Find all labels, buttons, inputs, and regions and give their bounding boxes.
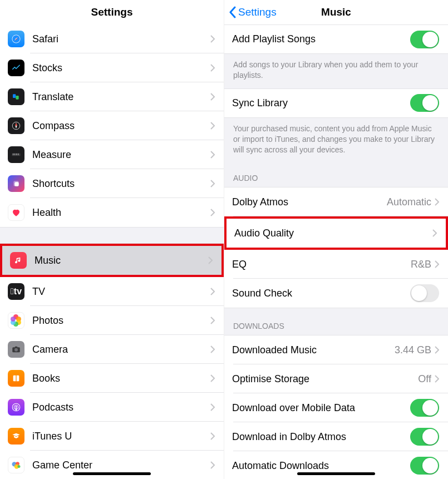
row-eq[interactable]: EQ R&B xyxy=(224,250,448,279)
row-label: Stocks xyxy=(32,62,210,74)
settings-title: Settings xyxy=(0,6,224,18)
settings-row-itunesu[interactable]: iTunes U xyxy=(0,422,224,451)
row-add-playlist-songs[interactable]: Add Playlist Songs xyxy=(224,24,448,53)
settings-row-books[interactable]: Books xyxy=(0,364,224,393)
measure-icon xyxy=(8,146,24,163)
section-header-audio: AUDIO xyxy=(224,160,448,187)
chevron-right-icon xyxy=(435,346,439,354)
row-download-mobile-data[interactable]: Download over Mobile Data xyxy=(224,393,448,422)
row-label: Camera xyxy=(32,344,210,355)
row-label: TV xyxy=(32,286,210,298)
toggle-sync-library[interactable] xyxy=(410,94,439,112)
row-label: EQ xyxy=(232,259,411,270)
row-sound-check[interactable]: Sound Check xyxy=(224,279,448,308)
toggle-download-dolby[interactable] xyxy=(410,428,439,446)
toggle-sound-check[interactable] xyxy=(410,284,439,302)
chevron-right-icon xyxy=(435,260,439,268)
music-settings-pane: Settings Music Add Playlist Songs Add so… xyxy=(224,0,448,479)
row-optimise-storage[interactable]: Optimise Storage Off xyxy=(224,364,448,393)
photos-icon xyxy=(8,312,24,329)
chevron-right-icon xyxy=(210,151,215,159)
toggle-automatic-downloads[interactable] xyxy=(410,457,439,475)
chevron-right-icon xyxy=(210,180,215,187)
row-label: Audio Quality xyxy=(234,228,432,239)
settings-row-tv[interactable]: tv TV xyxy=(0,277,224,306)
chevron-right-icon xyxy=(210,35,215,43)
settings-pane: Settings Safari Stocks Translate Compass xyxy=(0,0,224,479)
row-label: Translate xyxy=(32,91,210,103)
settings-group-apps2: Music tv TV Photos xyxy=(0,244,224,479)
chevron-right-icon xyxy=(210,461,215,469)
row-label: Dolby Atmos xyxy=(232,196,387,208)
highlight-audio-quality: Audio Quality xyxy=(224,216,448,250)
highlight-music-row: Music xyxy=(0,244,224,277)
settings-row-safari[interactable]: Safari xyxy=(0,24,224,53)
gamecenter-icon xyxy=(8,457,24,473)
row-label: Measure xyxy=(32,149,210,161)
back-button[interactable]: Settings xyxy=(229,6,277,18)
back-label: Settings xyxy=(238,6,277,18)
row-label: Podcasts xyxy=(32,402,210,413)
home-indicator xyxy=(73,472,151,475)
settings-row-translate[interactable]: Translate xyxy=(0,82,224,111)
settings-row-camera[interactable]: Camera xyxy=(0,335,224,364)
music-header: Settings Music xyxy=(224,0,448,24)
chevron-right-icon xyxy=(435,375,439,383)
row-downloaded-music[interactable]: Downloaded Music 3.44 GB xyxy=(224,335,448,364)
chevron-right-icon xyxy=(432,229,437,237)
row-sync-library[interactable]: Sync Library xyxy=(224,88,448,117)
svg-rect-5 xyxy=(16,96,18,100)
settings-row-music[interactable]: Music xyxy=(2,246,221,275)
safari-icon xyxy=(8,31,24,47)
chevron-right-icon xyxy=(210,432,215,440)
chevron-right-icon xyxy=(210,122,215,130)
row-value: Automatic xyxy=(387,196,431,208)
chevron-right-icon xyxy=(210,64,215,72)
tv-icon: tv xyxy=(8,283,24,300)
toggle-add-playlist[interactable] xyxy=(410,31,439,48)
row-label: Download in Dolby Atmos xyxy=(232,431,410,443)
row-label: Music xyxy=(35,255,208,266)
settings-row-photos[interactable]: Photos xyxy=(0,306,224,335)
row-label: Shortcuts xyxy=(32,178,210,190)
row-label: iTunes U xyxy=(32,431,210,442)
row-audio-quality[interactable]: Audio Quality xyxy=(227,219,446,248)
row-download-dolby[interactable]: Download in Dolby Atmos xyxy=(224,422,448,451)
settings-row-podcasts[interactable]: Podcasts xyxy=(0,393,224,422)
chevron-right-icon xyxy=(210,374,215,382)
shortcuts-icon xyxy=(8,175,24,192)
chevron-right-icon xyxy=(210,345,215,353)
row-label: Books xyxy=(32,373,210,384)
home-indicator xyxy=(297,472,375,475)
chevron-left-icon xyxy=(229,6,237,18)
section-header-downloads: DOWNLOADS xyxy=(224,308,448,335)
camera-icon xyxy=(8,341,24,358)
books-icon xyxy=(8,370,24,387)
row-label: Downloaded Music xyxy=(232,344,395,356)
settings-row-compass[interactable]: Compass xyxy=(0,111,224,140)
row-label: Sync Library xyxy=(232,97,410,109)
svg-point-17 xyxy=(14,348,18,352)
settings-row-shortcuts[interactable]: Shortcuts xyxy=(0,169,224,198)
toggle-download-mobile[interactable] xyxy=(410,399,439,417)
add-playlist-footer: Add songs to your Library when you add t… xyxy=(224,53,448,88)
translate-icon xyxy=(8,88,24,105)
svg-rect-18 xyxy=(15,347,18,348)
svg-point-21 xyxy=(16,406,17,408)
podcasts-icon xyxy=(8,399,24,416)
svg-rect-4 xyxy=(13,94,16,98)
row-label: Optimise Storage xyxy=(232,373,418,385)
section-gap xyxy=(0,227,224,244)
row-label: Sound Check xyxy=(232,288,410,299)
chevron-right-icon xyxy=(210,288,215,295)
row-dolby-atmos[interactable]: Dolby Atmos Automatic xyxy=(224,187,448,216)
settings-row-health[interactable]: Health xyxy=(0,198,224,227)
row-value: 3.44 GB xyxy=(395,344,431,356)
settings-row-stocks[interactable]: Stocks xyxy=(0,53,224,82)
row-value: Off xyxy=(418,373,431,385)
chevron-right-icon xyxy=(435,198,439,206)
itunesu-icon xyxy=(8,428,24,445)
settings-row-measure[interactable]: Measure xyxy=(0,140,224,169)
svg-rect-15 xyxy=(14,182,18,186)
sync-library-footer: Your purchased music, content you add fr… xyxy=(224,117,448,161)
